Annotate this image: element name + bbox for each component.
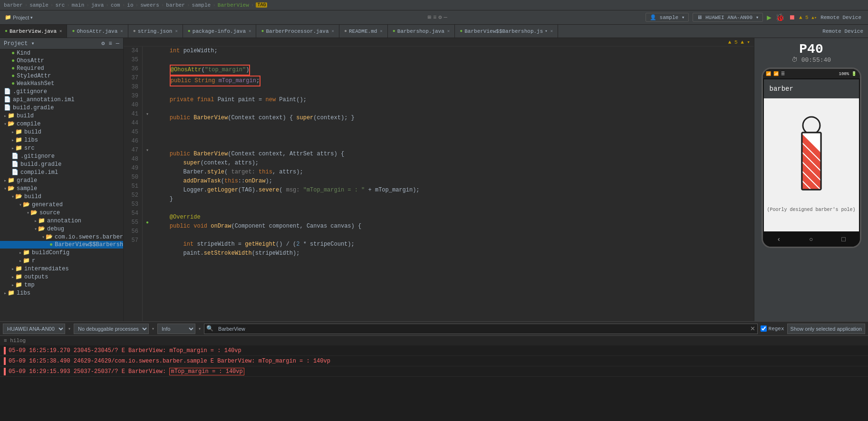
stop-button[interactable]: ⏹ (789, 14, 795, 21)
file-icon: ● (49, 241, 53, 248)
sidebar-item-compile-libs[interactable]: ▸ 📁 libs (0, 136, 123, 144)
breadcrumb-io[interactable]: io (127, 2, 133, 8)
sidebar-item-compile-iml[interactable]: 📄 compile.iml (0, 168, 123, 176)
sidebar-item-required[interactable]: ● Required (0, 65, 123, 72)
arrow-icon: ▸ (11, 282, 14, 288)
arrow-icon: ▾ (4, 121, 7, 127)
sidebar-item-gitignore-root[interactable]: 📄 .gitignore (0, 87, 123, 96)
sidebar-item-generated[interactable]: ▾ 📂 generated (0, 201, 123, 209)
close-tab-icon[interactable]: ✕ (332, 29, 334, 34)
hilog-search-input[interactable] (215, 324, 748, 334)
breadcrumb-main[interactable]: main (72, 2, 84, 8)
sidebar-item-r[interactable]: ▸ 📁 r (0, 257, 123, 265)
tab-package-info-java[interactable]: ● package-info.java ✕ (183, 25, 257, 38)
level-selector[interactable]: Info (157, 324, 195, 334)
device-selector[interactable]: HUAWEI ANA-AN00 (3, 324, 65, 334)
sidebar-item-debug[interactable]: ▾ 📂 debug (0, 225, 123, 233)
breadcrumb-src[interactable]: src (55, 2, 65, 8)
sidebar-item-compile-gitignore[interactable]: 📄 .gitignore (0, 152, 123, 160)
sidebar-item-source[interactable]: ▾ 📂 source (0, 209, 123, 217)
dot-icon: ● (11, 57, 15, 64)
code-line-41: public BarberView(Context context) { sup… (156, 114, 750, 123)
sidebar-item-package[interactable]: ▾ 📂 com.io.sweers.barber.sample (0, 233, 123, 241)
code-line-56: paint.setStrokeWidth(stripeWidth); (156, 249, 750, 258)
tab-barberview-java[interactable]: ● BarberView.java ✕ (0, 25, 67, 38)
sidebar-item-compile-build-gradle[interactable]: 📄 build.gradle (0, 160, 123, 168)
device-screen: barber (764, 79, 859, 231)
close-tab-icon[interactable]: ✕ (59, 29, 62, 34)
sidebar-item-ohosattr[interactable]: ● OhosAttr (0, 57, 123, 65)
sidebar-item-outputs[interactable]: ▸ 📁 outputs (0, 273, 123, 281)
sidebar-item-compile[interactable]: ▾ 📂 compile (0, 120, 123, 128)
warning-count[interactable]: ▲ 5 ▲ ▾ (728, 39, 750, 45)
sidebar-item-build-root[interactable]: ▸ 📁 build (0, 112, 123, 120)
tab-barbershop-java[interactable]: ● Barbershop.java ✕ (388, 25, 455, 38)
folder-icon: 📁 (8, 289, 15, 297)
close-tab-icon[interactable]: ✕ (447, 29, 450, 34)
code-text-area[interactable]: int poleWidth; @OhosAttr("top_margin") (152, 47, 754, 321)
breadcrumb-sweers[interactable]: sweers (140, 2, 159, 8)
folder-icon: 📁 (8, 112, 15, 119)
breadcrumb-barber2[interactable]: barber (166, 2, 185, 8)
sidebar-settings-icon[interactable]: ⚙ (101, 40, 105, 47)
sidebar-item-annotation[interactable]: ▸ 📁 annotation (0, 217, 123, 225)
folder-icon: 📁 (8, 177, 15, 184)
breadcrumb-sample[interactable]: sample (29, 2, 48, 8)
device-status-bar: 📶 📶 ☰ 100% 🔋 (763, 69, 860, 78)
run-button[interactable]: ▶ (767, 13, 772, 22)
breadcrumb-com[interactable]: com (111, 2, 120, 8)
bookmark-icon: ≡ (433, 14, 436, 21)
sidebar-item-intermediates[interactable]: ▸ 📁 intermediates (0, 265, 123, 273)
sidebar-item-libs[interactable]: ▸ 📁 libs (0, 289, 123, 297)
breadcrumb-barberview[interactable]: BarberView (218, 2, 249, 8)
process-dropdown-arrow-icon: ▾ (152, 326, 154, 332)
process-selector[interactable]: No debuggable processes (74, 324, 149, 334)
sidebar-item-sample[interactable]: ▾ 📂 sample (0, 184, 123, 192)
sidebar-gear-icon[interactable]: ≡ (109, 40, 112, 47)
tab-barberprocessor-java[interactable]: ● BarberProcessor.java ✕ (256, 25, 339, 38)
close-tab-icon[interactable]: ✕ (120, 29, 123, 34)
sidebar-item-compile-build[interactable]: ▸ 📁 build (0, 128, 123, 136)
arrow-icon: ▸ (11, 137, 14, 143)
sidebar-close-icon[interactable]: — (116, 40, 119, 47)
sidebar-item-buildconfig[interactable]: ▸ 📁 buildConfig (0, 249, 123, 257)
sidebar-item-tmp[interactable]: ▸ 📁 tmp (0, 281, 123, 289)
code-line-52: @Override (156, 213, 750, 222)
sidebar-item-styledattr[interactable]: ● StyledAttr (0, 72, 123, 80)
barber-pole-svg (792, 116, 830, 201)
tab-readme-md[interactable]: ● README.md ✕ (339, 25, 388, 38)
sidebar-item-api-annotation[interactable]: 📄 api_annotation.iml (0, 96, 123, 104)
close-tab-icon[interactable]: ✕ (249, 29, 251, 34)
sidebar-item-build-gradle-root[interactable]: 📄 build.gradle (0, 104, 123, 112)
breadcrumb-java[interactable]: java (91, 2, 104, 8)
back-icon: ‹ (777, 236, 781, 243)
sidebar-item-weakhashset[interactable]: ● WeakHashSet (0, 80, 123, 87)
close-tab-icon[interactable]: ✕ (380, 29, 382, 34)
sidebar-item-sample-build[interactable]: ▾ 📂 build (0, 192, 123, 201)
sidebar-item-compile-src[interactable]: ▸ 📁 src (0, 144, 123, 152)
warning-badge[interactable]: ▲ 5 ▲▾ (799, 15, 817, 20)
code-line-47: Barber.style( target: this, attrs); (156, 168, 750, 177)
sidebar-item-barberview-barbershop[interactable]: ● BarberView$$Barbershop (0, 241, 123, 249)
breadcrumb-barber[interactable]: barber (4, 2, 23, 8)
sidebar-item-gradle[interactable]: ▸ 📁 gradle (0, 176, 123, 184)
close-tab-icon[interactable]: ✕ (550, 29, 553, 34)
breadcrumb-barber-sample[interactable]: sample (192, 2, 211, 8)
project-view-button[interactable]: 📁 Project ▾ (3, 13, 35, 21)
clear-search-button[interactable]: ✕ (748, 325, 757, 332)
regex-checkbox[interactable] (761, 325, 767, 332)
log-line-3: 05-09 16:29:15.993 25037-25037/? E Barbe… (0, 366, 868, 377)
project-icon: 📁 (5, 14, 11, 20)
folder-icon: 📁 (38, 217, 45, 224)
arrow-icon: ▸ (19, 250, 22, 256)
remote-device-label[interactable]: Remote Device (820, 15, 861, 20)
tab-barberview-barbershop-js[interactable]: ● BarberView$$Barbershop.js ▾ ✕ (455, 25, 558, 38)
tab-ohosattr-java[interactable]: ● OhosAttr.java ✕ (67, 25, 128, 38)
close-tab-icon[interactable]: ✕ (175, 29, 177, 34)
breadcrumb-tag[interactable]: TAG (256, 2, 267, 8)
debug-button[interactable]: 🐞 (775, 13, 785, 22)
tab-string-json[interactable]: ● string.json ✕ (128, 25, 183, 38)
sidebar-item-kind[interactable]: ● Kind (0, 49, 123, 57)
show-selected-button[interactable]: Show only selected application (787, 324, 865, 334)
code-line-50: } (156, 195, 750, 204)
